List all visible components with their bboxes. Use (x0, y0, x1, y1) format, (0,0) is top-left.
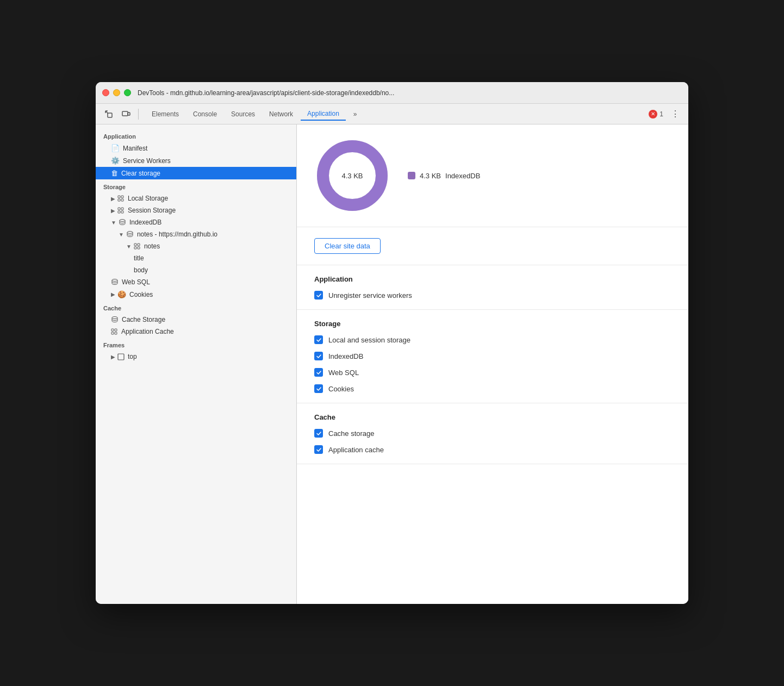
grid-icon (117, 207, 125, 214)
checkbox-local-session: Local and session storage (314, 335, 671, 344)
arrow-icon: ▼ (119, 232, 124, 238)
sidebar-item-cookies[interactable]: ▶ 🍪 Cookies (96, 288, 296, 301)
svg-rect-0 (108, 113, 112, 117)
db-icon (111, 278, 119, 286)
maximize-button[interactable] (124, 89, 131, 96)
sidebar-item-clear-storage[interactable]: 🗑 Clear storage (96, 167, 296, 179)
checkbox-indexeddb: IndexedDB (314, 352, 671, 360)
tab-sources[interactable]: Sources (225, 108, 262, 121)
checkbox-web-sql-control[interactable] (314, 368, 323, 377)
tab-console[interactable]: Console (186, 108, 223, 121)
storage-checkboxes-section: Storage Local and session storage Indexe… (297, 310, 688, 403)
sidebar-item-session-storage[interactable]: ▶ Session Storage (96, 204, 296, 216)
svg-rect-23 (118, 354, 124, 360)
cache-storage-cb-label: Cache storage (328, 429, 375, 438)
titlebar: DevTools - mdn.github.io/learning-area/j… (96, 82, 688, 104)
checkbox-app-cache-control[interactable] (314, 445, 323, 454)
cookies-cb-label: Cookies (328, 385, 354, 393)
sidebar-item-body[interactable]: body (96, 264, 296, 276)
arrow-icon: ▼ (111, 220, 116, 226)
main-area: Application 📄 Manifest ⚙️ Service Worker… (96, 124, 688, 604)
svg-rect-10 (121, 211, 123, 213)
sidebar-item-cache-storage[interactable]: Cache Storage (96, 314, 296, 326)
app-cache-cb-label: Application cache (328, 446, 384, 454)
chart-legend: 4.3 KB IndexedDB (408, 172, 480, 180)
svg-rect-3 (118, 196, 120, 198)
sidebar-item-indexeddb[interactable]: ▼ IndexedDB (96, 216, 296, 228)
sidebar-item-notes-db[interactable]: ▼ notes - https://mdn.github.io (96, 228, 296, 240)
tab-elements[interactable]: Elements (145, 108, 185, 121)
legend-item-indexeddb: 4.3 KB IndexedDB (408, 172, 480, 180)
storage-section-label: Storage (96, 179, 296, 192)
sidebar-item-manifest[interactable]: 📄 Manifest (96, 142, 296, 154)
checkbox-cookies: Cookies (314, 384, 671, 393)
db-icon (126, 230, 134, 238)
checkbox-unregister-sw-control[interactable] (314, 291, 323, 300)
inspector-icon[interactable] (101, 107, 116, 122)
indexeddb-cb-label: IndexedDB (328, 352, 363, 360)
sidebar-item-local-storage[interactable]: ▶ Local Storage (96, 192, 296, 204)
svg-rect-13 (134, 244, 136, 246)
arrow-icon: ▶ (111, 291, 115, 297)
svg-rect-9 (118, 211, 120, 213)
checkbox-web-sql: Web SQL (314, 368, 671, 377)
tab-more[interactable]: » (347, 108, 364, 121)
sidebar-item-web-sql[interactable]: Web SQL (96, 276, 296, 288)
checkbox-local-session-control[interactable] (314, 335, 323, 344)
local-session-label: Local and session storage (328, 336, 410, 344)
notes-db-label: notes - https://mdn.github.io (137, 230, 217, 238)
svg-rect-1 (122, 111, 128, 116)
grid-icon (134, 243, 141, 250)
svg-rect-22 (115, 332, 117, 334)
arrow-icon: ▼ (126, 244, 132, 250)
sidebar-item-app-cache[interactable]: Application Cache (96, 326, 296, 338)
more-options-icon[interactable]: ⋮ (668, 107, 683, 122)
sidebar-item-top-frame[interactable]: ▶ top (96, 351, 296, 363)
unregister-sw-label: Unregister service workers (328, 291, 412, 300)
svg-rect-20 (115, 329, 117, 331)
svg-rect-4 (121, 196, 123, 198)
sidebar-item-service-workers[interactable]: ⚙️ Service Workers (96, 154, 296, 167)
close-button[interactable] (102, 89, 109, 96)
sidebar-item-title[interactable]: title (96, 252, 296, 264)
svg-rect-14 (138, 244, 140, 246)
svg-rect-15 (134, 247, 136, 249)
clear-site-data-button[interactable]: Clear site data (314, 238, 381, 254)
frames-section-label: Frames (96, 338, 296, 351)
checkbox-cookies-control[interactable] (314, 384, 323, 393)
window-title: DevTools - mdn.github.io/learning-area/j… (138, 89, 682, 97)
db-icon (111, 316, 119, 323)
title-field-label: title (134, 254, 144, 262)
clear-button-area: Clear site data (297, 227, 688, 265)
cache-section-title: Cache (314, 413, 671, 421)
content-area: 4.3 KB 4.3 KB IndexedDB Clear site data … (297, 124, 688, 604)
svg-rect-5 (118, 199, 120, 201)
legend-label: IndexedDB (445, 172, 480, 180)
checkbox-cache-storage-control[interactable] (314, 429, 323, 438)
sidebar-item-notes-table[interactable]: ▼ notes (96, 240, 296, 252)
svg-point-17 (112, 279, 117, 282)
legend-value: 4.3 KB (420, 172, 441, 180)
minimize-button[interactable] (113, 89, 120, 96)
storage-section-title: Storage (314, 320, 671, 328)
sidebar: Application 📄 Manifest ⚙️ Service Worker… (96, 124, 297, 604)
checkbox-indexeddb-control[interactable] (314, 352, 323, 360)
arrow-icon: ▶ (111, 208, 115, 214)
svg-point-11 (120, 220, 125, 222)
tab-network[interactable]: Network (263, 108, 300, 121)
web-sql-label: Web SQL (122, 278, 150, 286)
trash-icon: 🗑 (111, 169, 118, 177)
tab-application[interactable]: Application (301, 108, 346, 121)
device-icon[interactable] (119, 107, 134, 122)
toolbar: Elements Console Sources Network Applica… (96, 104, 688, 124)
error-badge: ✕ (649, 110, 657, 119)
web-sql-cb-label: Web SQL (328, 369, 359, 377)
top-frame-label: top (128, 353, 137, 360)
arrow-icon: ▶ (111, 196, 115, 202)
indexeddb-label: IndexedDB (129, 219, 161, 226)
chart-center-label: 4.3 KB (341, 172, 363, 180)
local-storage-label: Local Storage (128, 195, 168, 202)
doc-icon: 📄 (111, 144, 120, 152)
traffic-lights (102, 89, 131, 96)
session-storage-label: Session Storage (128, 207, 176, 214)
